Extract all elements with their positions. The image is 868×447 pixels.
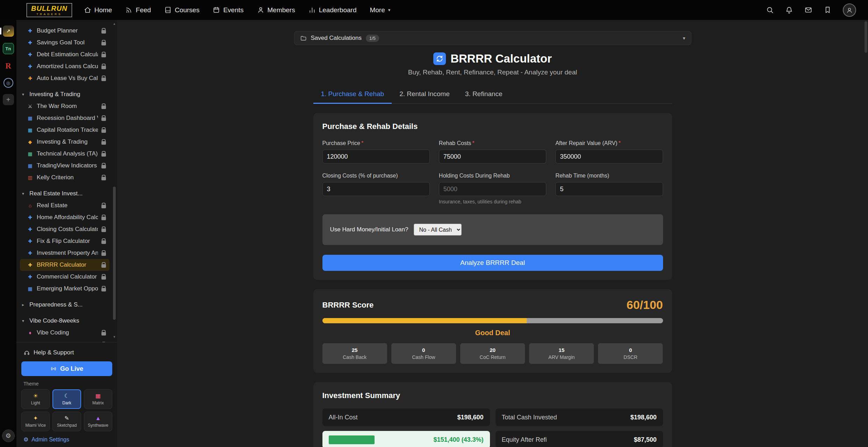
sidebar-item-label: Home Affordability Calc...: [37, 214, 98, 221]
sidebar-item-technical-analysis[interactable]: ▦ Technical Analysis (TA): [20, 148, 109, 160]
nav-item-events[interactable]: Events: [213, 6, 243, 14]
headset-icon: [23, 349, 30, 356]
sidebar-item-coding-chat[interactable]: ♯ Coding Chat: [20, 339, 109, 342]
nav-item-home[interactable]: Home: [84, 6, 112, 14]
theme-tile-matrix[interactable]: ▦ Matrix: [84, 389, 112, 409]
tab-rental-income[interactable]: 2. Rental Income: [392, 86, 457, 103]
sidebar-item-savings-goal-tool[interactable]: ✚ Savings Goal Tool: [20, 37, 109, 49]
scroll-up-arrow-icon[interactable]: ▲: [113, 22, 116, 26]
scroll-down-arrow-icon[interactable]: ▼: [113, 335, 116, 339]
sidebar-item-tradingview-indicators[interactable]: ▦ TradingView Indicators: [20, 160, 109, 172]
rail-add-button[interactable]: +: [3, 94, 14, 105]
messages-button[interactable]: [804, 6, 812, 14]
sidebar-item-commercial-calculator[interactable]: ✚ Commercial Calculator: [20, 271, 109, 283]
bookmarks-button[interactable]: [824, 6, 832, 14]
sidebar-item-recession-dashboard[interactable]: ▦ Recession Dashboard V2: [20, 112, 109, 124]
tab-refinance[interactable]: 3. Refinance: [457, 86, 510, 103]
summary-value: $151,400 (43.3%): [433, 436, 483, 444]
sidebar-item-war-room[interactable]: ⚔ The War Room: [20, 100, 109, 112]
nav-label: Courses: [175, 6, 200, 14]
nav-label: Home: [94, 6, 112, 14]
nav-label: Members: [268, 6, 295, 14]
required-marker: *: [361, 140, 363, 146]
sidebar-item-label: Fix & Flip Calculator: [37, 238, 98, 245]
sidebar-item-budget-planner[interactable]: ✚ Budget Planner: [20, 25, 109, 37]
analyze-deal-button[interactable]: Analyze BRRRR Deal: [322, 255, 663, 271]
nav-item-feed[interactable]: Feed: [125, 6, 151, 14]
tab-purchase-rehab[interactable]: 1. Purchase & Rehab: [313, 86, 392, 104]
brand-logo-line1: BULLRUN: [31, 5, 67, 13]
brand-logo[interactable]: BULLRUN TRADERS: [27, 3, 72, 17]
sidebar-item-brrrr-calculator[interactable]: ✚ BRRRR Calculator: [20, 259, 109, 271]
sidebar-item-kelly-criterion[interactable]: ▥ Kelly Criterion: [20, 172, 109, 183]
sidebar-section-investing-trading[interactable]: ▾ Investing & Trading: [20, 88, 109, 100]
tool-icon: ▦: [27, 115, 33, 121]
nav-item-members[interactable]: Members: [257, 6, 295, 14]
field-purchase-price: Purchase Price*: [322, 140, 430, 164]
sidebar-item-debt-estimation[interactable]: ✚ Debt Estimation Calcula...: [20, 49, 109, 60]
sidebar-item-fix-flip-calculator[interactable]: ✚ Fix & Flip Calculator: [20, 235, 109, 247]
rehab-costs-input[interactable]: [439, 150, 546, 164]
sidebar-item-label: Coding Chat: [37, 341, 98, 342]
sidebar-section-preparedness[interactable]: ▸ Preparedness & S...: [20, 299, 109, 311]
sidebar-section-real-estate[interactable]: ▾ Real Estate Invest...: [20, 188, 109, 200]
holding-costs-helper: Insurance, taxes, utilities during rehab: [439, 199, 546, 204]
user-avatar[interactable]: [843, 3, 856, 17]
metric-cash-back: 25 Cash Back: [322, 343, 387, 364]
rail-item-tn[interactable]: Tn: [3, 43, 14, 54]
tool-icon: ✚: [27, 215, 33, 220]
theme-tile-synthwave[interactable]: ▲ Synthwave: [84, 412, 112, 431]
search-button[interactable]: [766, 6, 774, 14]
sidebar-item-real-estate[interactable]: ⌂ Real Estate: [20, 200, 109, 211]
search-icon: [766, 6, 774, 14]
mail-icon: [804, 6, 812, 14]
holding-costs-input[interactable]: [439, 182, 546, 196]
rehab-time-input[interactable]: [555, 182, 663, 196]
bookmark-icon: [824, 6, 832, 14]
sidebar-scroll-thumb[interactable]: [113, 187, 116, 320]
loan-select[interactable]: No - All Cash: [414, 224, 462, 236]
sidebar-item-closing-costs-calculator[interactable]: ✚ Closing Costs Calculator: [20, 223, 109, 235]
rail-item-r[interactable]: R: [3, 60, 14, 72]
notifications-button[interactable]: [785, 6, 793, 14]
summary-row-all-in-cost: All-In Cost $198,600: [322, 409, 490, 426]
nav-item-courses[interactable]: Courses: [164, 6, 200, 14]
saved-calculations-bar[interactable]: Saved Calculations 1/5 ▾: [294, 31, 691, 45]
closing-costs-input[interactable]: [322, 182, 430, 196]
page-scrollbar[interactable]: [865, 21, 867, 53]
rail-settings-button[interactable]: ⚙: [2, 430, 15, 442]
sidebar-item-emerging-market-opportunities[interactable]: ▦ Emerging Market Oppor...: [20, 283, 109, 295]
summary-label: Equity After Refi: [502, 436, 547, 444]
theme-grid: ☀ Light ☾ Dark ▦ Matrix ✦ Miami Vice: [21, 389, 112, 431]
rail-item-circle[interactable]: ◎: [3, 78, 13, 88]
theme-tile-sketchpad[interactable]: ✎ Sketchpad: [52, 412, 81, 431]
sidebar-item-auto-lease-vs-buy[interactable]: ✚ Auto Lease Vs Buy Cal...: [20, 72, 109, 84]
sidebar-item-amortized-loans[interactable]: ✚ Amortized Loans Calcul...: [20, 60, 109, 72]
nav-label: Events: [223, 6, 243, 14]
metric-value: 0: [391, 347, 456, 353]
sidebar-section-vibe-code[interactable]: ▾ Vibe Code-8weeks: [20, 315, 109, 327]
courses-icon: [164, 6, 172, 14]
rail-item-community[interactable]: ↗: [3, 26, 14, 37]
summary-label: Total Cash Invested: [502, 414, 557, 421]
admin-settings-button[interactable]: ⚙ Admin Settings: [21, 436, 112, 443]
lock-icon: [101, 288, 106, 291]
theme-tile-light[interactable]: ☀ Light: [21, 389, 50, 409]
purchase-price-input[interactable]: [322, 150, 430, 164]
field-holding-costs: Holding Costs During Rehab Insurance, ta…: [439, 173, 546, 204]
summary-heading: Investment Summary: [322, 391, 663, 400]
theme-tile-miami-vice[interactable]: ✦ Miami Vice: [21, 412, 50, 431]
sidebar-item-capital-rotation-tracker[interactable]: ▦ Capital Rotation Tracker: [20, 124, 109, 136]
help-support-button[interactable]: Help & Support: [21, 346, 112, 359]
sidebar-item-investing-trading[interactable]: ◆ Investing & Trading: [20, 136, 109, 148]
nav-item-more[interactable]: More ▾: [370, 6, 390, 14]
arv-input[interactable]: [555, 150, 663, 164]
go-live-button[interactable]: Go Live: [21, 361, 112, 376]
sidebar-scrollbar[interactable]: ▲ ▼: [113, 22, 116, 339]
sidebar-item-investment-property-analyzer[interactable]: ✚ Investment Property An...: [20, 247, 109, 259]
score-progress-fill: [322, 318, 527, 323]
sidebar-item-vibe-coding[interactable]: ♦ Vibe Coding: [20, 327, 109, 339]
theme-tile-dark[interactable]: ☾ Dark: [52, 389, 81, 409]
nav-item-leaderboard[interactable]: Leaderboard: [308, 6, 357, 14]
sidebar-item-home-affordability[interactable]: ✚ Home Affordability Calc...: [20, 211, 109, 223]
